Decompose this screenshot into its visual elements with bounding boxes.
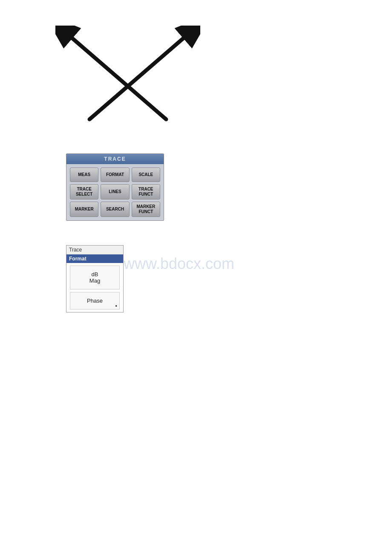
svg-line-3 [89, 38, 183, 119]
format-menu-selected-item[interactable]: Format [66, 254, 123, 263]
trace-funct-button[interactable]: TRACEFUNCT [132, 184, 160, 199]
scale-button[interactable]: SCALE [132, 168, 160, 182]
trace-select-button[interactable]: TRACESELECT [70, 184, 98, 199]
marker-funct-button[interactable]: MARKERFUNCT [132, 202, 160, 217]
trace-panel-header: TRACE [66, 154, 164, 164]
watermark: www.bdocx.com [124, 255, 234, 273]
lines-button[interactable]: LINES [101, 184, 129, 199]
arrows-diagram [55, 26, 200, 136]
marker-button[interactable]: MARKER [70, 202, 98, 217]
trace-buttons-grid: MEAS FORMAT SCALE TRACESELECT LINES TRAC… [66, 164, 164, 220]
format-dropdown-menu: Trace Format dBMag Phase [66, 245, 124, 312]
format-menu-trace-label: Trace [66, 246, 123, 254]
search-button[interactable]: SEARCH [101, 202, 129, 217]
meas-button[interactable]: MEAS [70, 168, 98, 182]
phase-menu-item[interactable]: Phase [70, 292, 120, 309]
trace-panel: TRACE MEAS FORMAT SCALE TRACESELECT LINE… [66, 153, 164, 221]
format-button[interactable]: FORMAT [101, 168, 129, 182]
svg-line-2 [72, 38, 166, 119]
db-mag-menu-item[interactable]: dBMag [70, 266, 120, 289]
